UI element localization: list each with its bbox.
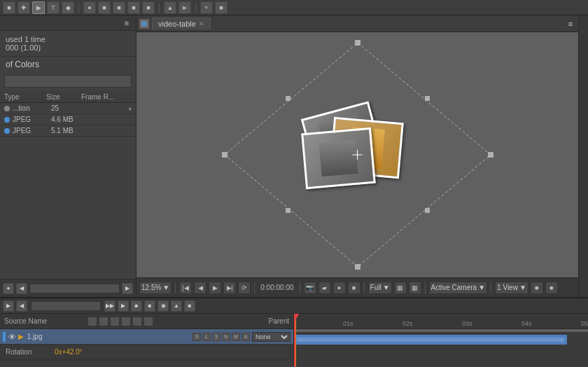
- tl-search-bar[interactable]: [31, 301, 101, 311]
- layer-btn-3d[interactable]: 3: [212, 333, 220, 341]
- time-mark-01s: 01s: [343, 320, 354, 327]
- timecode-display[interactable]: 0:00:00:00: [258, 284, 295, 291]
- comp-area: video-table ✕ ≡: [136, 15, 578, 297]
- layer-name-1: ▶ 1.jpg: [18, 333, 190, 340]
- divider-4: [364, 282, 365, 293]
- zoom-select[interactable]: 12.5% ▼: [139, 282, 172, 294]
- tool-icon-3[interactable]: ▶: [32, 1, 45, 14]
- layer-btn-solo[interactable]: S: [192, 333, 201, 341]
- work-area-bar[interactable]: [294, 329, 588, 332]
- layer-btn-lock[interactable]: L: [202, 333, 211, 341]
- zoom-dropdown-icon: ▼: [162, 284, 169, 291]
- comp-tab-close-btn[interactable]: ✕: [199, 20, 204, 27]
- svg-rect-9: [286, 96, 290, 101]
- grid-btn[interactable]: ▦: [394, 282, 407, 294]
- camera-select[interactable]: Active Camera ▼: [429, 282, 487, 294]
- divider-6: [491, 282, 491, 293]
- tl-tool-9[interactable]: ■: [184, 300, 195, 312]
- tool-icon-1[interactable]: ■: [3, 1, 15, 14]
- play-pause-btn[interactable]: ▶: [209, 282, 221, 294]
- scroll-bar[interactable]: [29, 284, 120, 293]
- quality-select[interactable]: Full ▼: [368, 282, 392, 294]
- tl-tool-6[interactable]: ■: [144, 300, 155, 312]
- tool-icon-11[interactable]: ▲: [164, 1, 176, 14]
- col-icon-4: [122, 317, 130, 326]
- tl-tool-7[interactable]: ◉: [158, 300, 169, 312]
- snapshot-btn[interactable]: 📷: [304, 282, 316, 294]
- parent-col-header: Parent: [269, 317, 289, 325]
- color-btn[interactable]: ●: [333, 282, 346, 294]
- time-mark-04s: 04s: [522, 320, 532, 327]
- views-select[interactable]: 1 View ▼: [495, 282, 528, 294]
- tool-icon-5[interactable]: ◆: [62, 1, 74, 14]
- colors-label: of Colors: [0, 57, 136, 75]
- comp-bottom-toolbar: 12.5% ▼ |◀ ◀ ▶ ▶| ⟳ 0:00:00:00 📷 ▰ ● ■ F…: [136, 277, 578, 297]
- tl-tool-5[interactable]: ■: [131, 300, 142, 312]
- layer-props-rotation-row: Rotation 0x+42.0°: [0, 345, 293, 360]
- tool-icon-4[interactable]: T: [47, 1, 59, 14]
- tool-icon-2[interactable]: ✚: [18, 1, 30, 14]
- tl-tool-1[interactable]: ▶: [3, 300, 14, 312]
- show-snapshot-btn[interactable]: ▰: [318, 282, 331, 294]
- tool-icon-14[interactable]: ■: [215, 1, 227, 14]
- resolution-btn[interactable]: ■: [348, 282, 360, 294]
- loop-btn[interactable]: ⟳: [238, 282, 251, 294]
- frame-fwd-btn[interactable]: ▶|: [223, 282, 236, 294]
- frame-back-btn[interactable]: ◀: [194, 282, 206, 294]
- rotation-prop-value[interactable]: 0x+42.0°: [55, 348, 83, 356]
- tool-icon-8[interactable]: ■: [113, 1, 125, 14]
- tl-tool-2[interactable]: ◀: [16, 300, 27, 312]
- tool-icon-13[interactable]: ⚬: [200, 1, 213, 14]
- scroll-left-btn[interactable]: ◀: [16, 283, 27, 294]
- scroll-right-btn[interactable]: ▶: [122, 283, 133, 294]
- tl-tool-3[interactable]: ▶▶: [104, 300, 115, 312]
- new-folder-btn[interactable]: ●: [3, 283, 14, 294]
- view-options-btn[interactable]: ■: [531, 282, 543, 294]
- tool-icon-6[interactable]: ●: [83, 1, 96, 14]
- zoom-value: 12.5%: [141, 284, 161, 291]
- tl-tool-8[interactable]: ▲: [171, 300, 182, 312]
- layer-track-bar-1[interactable]: [294, 335, 567, 345]
- tool-icon-10[interactable]: ■: [142, 1, 155, 14]
- tool-icon-9[interactable]: ■: [127, 1, 140, 14]
- comp-tab[interactable]: video-table ✕: [152, 18, 211, 29]
- timeline-layer-list: Source Name Parent 👁 ▶ 1.jpg: [0, 314, 294, 367]
- layer-btn-motion[interactable]: M: [232, 333, 240, 341]
- left-panel-bottom-toolbar: ● ◀ ▶: [0, 279, 136, 297]
- file-size-3: 5.1 MB: [51, 127, 86, 134]
- layer-btn-fx[interactable]: fx: [222, 333, 230, 341]
- tool-icons: ■ ✚ ▶ T ◆ ● ■ ■ ■ ■ ▲ ► ⚬ ■: [3, 1, 227, 14]
- svg-rect-3: [355, 40, 360, 46]
- divider-1: [175, 282, 176, 293]
- quality-dropdown-icon: ▼: [383, 284, 390, 291]
- divider-2: [254, 282, 255, 293]
- playhead[interactable]: [294, 314, 295, 367]
- file-row-2[interactable]: JPEG 4.6 MB: [0, 114, 136, 125]
- canvas-area: [136, 32, 578, 277]
- file-size-1: 25: [51, 104, 86, 112]
- file-row-1[interactable]: ...tion 25 ♦: [0, 103, 136, 114]
- file-row-3[interactable]: JPEG 5.1 MB: [0, 125, 136, 137]
- used-text: used 1 time: [6, 35, 130, 43]
- layer-btn-adj[interactable]: A: [241, 333, 250, 341]
- layer-parent-select[interactable]: None: [252, 332, 290, 342]
- svg-rect-5: [355, 264, 360, 270]
- divider-5: [425, 282, 426, 293]
- tl-tool-4[interactable]: ▶: [118, 300, 129, 312]
- tool-icon-7[interactable]: ■: [98, 1, 111, 14]
- view-extra-btn[interactable]: ■: [545, 282, 558, 294]
- layer-visibility-toggle[interactable]: 👁: [8, 333, 16, 341]
- step-back-btn[interactable]: |◀: [179, 282, 192, 294]
- panel-menu-icon[interactable]: ≡: [122, 18, 132, 28]
- pixel-btn[interactable]: ▦: [409, 282, 421, 294]
- source-name-col-header: Source Name: [4, 317, 81, 325]
- file-dot-2: [4, 117, 10, 123]
- layer-row-1[interactable]: 👁 ▶ 1.jpg S L 3 fx M A None: [0, 329, 293, 345]
- comp-panel-menu[interactable]: ≡: [566, 19, 575, 29]
- tool-icon-12[interactable]: ►: [178, 1, 191, 14]
- file-dot-3: [4, 128, 10, 134]
- col-icon-5: [133, 317, 141, 326]
- left-panel-header: ≡: [0, 15, 136, 31]
- main-area: ≡ used 1 time 000 (1.00) of Colors Type …: [0, 15, 588, 297]
- svg-rect-10: [286, 208, 290, 213]
